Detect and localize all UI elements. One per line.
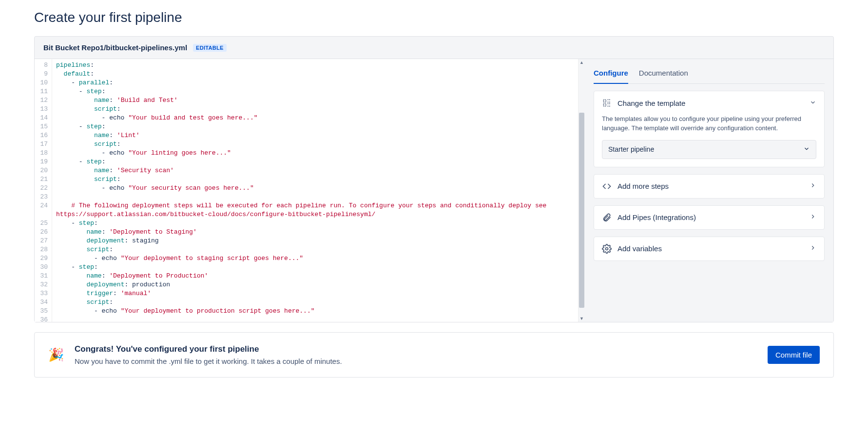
footer-title: Congrats! You've configured your first p… bbox=[75, 344, 342, 354]
change-template-desc: The templates allow you to configure you… bbox=[602, 115, 816, 133]
page-title: Create your first pipeline bbox=[34, 10, 834, 25]
code-editor[interactable]: pipelines: default: - parallel: - step: … bbox=[52, 59, 578, 322]
template-select-value: Starter pipeline bbox=[608, 145, 654, 153]
commit-file-button[interactable]: Commit file bbox=[768, 346, 820, 364]
party-icon: 🎉 bbox=[48, 347, 64, 362]
code-icon bbox=[602, 181, 612, 191]
add-variables-card: Add variables bbox=[594, 237, 825, 261]
change-template-title: Change the template bbox=[617, 99, 804, 107]
scroll-thumb[interactable] bbox=[579, 113, 584, 308]
tab-documentation[interactable]: Documentation bbox=[639, 64, 688, 83]
change-template-head[interactable]: Change the template bbox=[594, 91, 824, 115]
template-icon bbox=[602, 98, 612, 108]
svg-point-0 bbox=[606, 247, 608, 250]
editable-badge: EDITABLE bbox=[193, 44, 227, 52]
editor-panel: Bit Bucket Repo1/bitbucket-pipelines.yml… bbox=[34, 36, 834, 322]
editor-scrollbar[interactable]: ▲ ▼ bbox=[578, 59, 585, 322]
change-template-card: Change the template The templates allow … bbox=[594, 91, 825, 167]
footer-panel: 🎉 Congrats! You've configured your first… bbox=[34, 332, 834, 378]
add-variables-head[interactable]: Add variables bbox=[594, 237, 824, 260]
chevron-down-icon bbox=[803, 145, 810, 154]
card-title: Add Pipes (Integrations) bbox=[617, 213, 804, 221]
panel-header: Bit Bucket Repo1/bitbucket-pipelines.yml… bbox=[35, 37, 833, 59]
add-pipes-integrations--card: Add Pipes (Integrations) bbox=[594, 205, 825, 230]
footer-desc: Now you have to commit the .yml file to … bbox=[75, 357, 342, 365]
line-number-gutter: 89101112131415161718192021222324 2526272… bbox=[35, 59, 52, 322]
config-sidebar: ConfigureDocumentation Change the templa… bbox=[585, 59, 833, 322]
chevron-right-icon bbox=[810, 182, 816, 190]
template-select[interactable]: Starter pipeline bbox=[602, 140, 816, 159]
scroll-down-icon[interactable]: ▼ bbox=[579, 315, 585, 322]
gear-icon bbox=[602, 244, 612, 254]
add-more-steps-head[interactable]: Add more steps bbox=[594, 175, 824, 198]
add-pipes-integrations--head[interactable]: Add Pipes (Integrations) bbox=[594, 206, 824, 229]
tab-configure[interactable]: Configure bbox=[594, 64, 628, 84]
chevron-right-icon bbox=[810, 244, 816, 253]
sidebar-tabs: ConfigureDocumentation bbox=[594, 64, 825, 84]
card-title: Add variables bbox=[617, 244, 804, 253]
chevron-right-icon bbox=[810, 213, 816, 221]
scroll-up-icon[interactable]: ▲ bbox=[579, 59, 585, 66]
attach-icon bbox=[602, 213, 612, 222]
file-path: Bit Bucket Repo1/bitbucket-pipelines.yml bbox=[43, 43, 187, 52]
chevron-down-icon bbox=[810, 99, 816, 107]
card-title: Add more steps bbox=[617, 182, 804, 190]
add-more-steps-card: Add more steps bbox=[594, 174, 825, 199]
